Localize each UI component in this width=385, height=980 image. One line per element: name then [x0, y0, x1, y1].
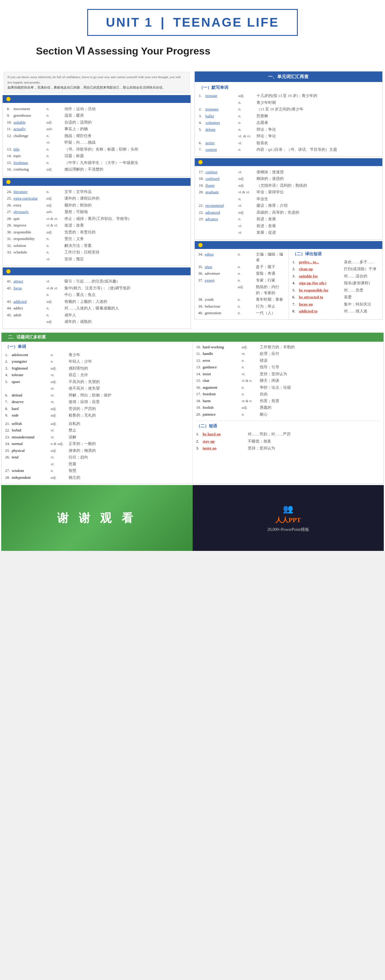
vocab-5b: vt. & vi. 辩论；争论	[199, 133, 379, 139]
dictation-section: （一）默写单词 1. teenage adj. 十几岁的(指 13 至 19 岁…	[195, 82, 383, 156]
quote-box: If you can throw away inferiority, be fu…	[3, 72, 190, 93]
left-column: If you can throw away inferiority, be fu…	[1, 70, 192, 330]
vocab-20b: n. 毕业生	[199, 196, 379, 202]
vocab-row-30: 30. responsible adj. 负责的；有责任的	[7, 229, 186, 235]
header-dot	[6, 97, 11, 101]
dictation-title: （一）默写单词	[199, 85, 379, 91]
thanks-left: 谢 谢 观 看	[1, 485, 193, 551]
vocab-23: 23. advance n. 前进；发展	[199, 216, 379, 222]
sw-17: 17. freedom n. 自由	[196, 391, 380, 397]
section-header-1	[3, 95, 190, 103]
sw-6: 6. defend vt. 辩解，辩白；防御；保护	[5, 392, 189, 398]
sw-18: 18. harm vt.& n. 伤害；危害	[196, 398, 380, 404]
phrase2-title: （二）短语	[196, 423, 380, 429]
single-word-section-right: 10. hard-working adj. 工作努力的；辛勤的 11. hand…	[193, 342, 384, 484]
sw-1: 1. adolescent n. 青少年	[5, 352, 189, 358]
main-content-area: If you can throw away inferiority, be fu…	[0, 69, 385, 331]
topic-vocab-header: 二、话题词汇多积累	[2, 333, 383, 342]
unit-vocab-main-header: 一、单元词汇汇再查	[195, 72, 383, 82]
section-label: Section Ⅵ Assessing Your Progress	[36, 45, 210, 57]
sw-14: 14. insist vi. 坚持；坚持认为	[196, 371, 380, 377]
phrase-7: 7. focus on 集中；特别关注	[292, 301, 379, 307]
sw-21: 21. selfish adj. 自私的	[5, 421, 189, 427]
vocab-4: 4. volunteer n. 志愿者	[199, 120, 379, 126]
vocab-22: 22. advanced adj. 高级的；高等的；先进的	[199, 210, 379, 215]
sw-23: 23. misunderstand vt. 误解	[5, 434, 189, 440]
vocab-row-25: 25. extra-curricular adj. 课外的；课程以外的	[7, 196, 186, 201]
vocab-23c: vt. 发展；促进	[199, 229, 379, 235]
unit-number: UNIT 1	[106, 15, 153, 29]
vocab-row-11: 11. actually adv. 事实上；的确	[7, 126, 186, 132]
thanks-section: 谢 谢 观 看 👥 人人PPT 20,000+PowerPoint模板	[1, 485, 384, 551]
vocab-row-24: 24. literature n. 文学；文学作品	[7, 189, 186, 195]
phrase2-2: 2. stay up 不睡觉；熬夜	[196, 438, 380, 444]
topic-section-title: 二、话题词汇多积累	[8, 334, 46, 340]
sw-16: 16. argument n. 争吵；论点；论据	[196, 385, 380, 390]
vocab-row-26: 26. extra adj. 额外的；附加的	[7, 202, 186, 208]
sw-28: 28. independent adj. 独立的	[5, 474, 189, 480]
vocab-row-13: 13. title n. （书、诗歌等的）名称；标题；职称；头衔	[7, 146, 186, 152]
vocab-38: 38. youth n. 青年时期；青春	[198, 296, 285, 302]
vocab-row-9: 9. greenhouse n. 温室；暖房	[7, 113, 186, 118]
vocab-row-16: 16. confusing adj. 难以理解的；不清楚的	[7, 166, 186, 172]
vocab-block-right-1: 17. confuse vt. 使糊涂；使迷惑 18. confused adj…	[195, 158, 383, 240]
vocab-1b: n. 青少年时期	[199, 100, 379, 106]
vocab-row-15: 15. freshman n. （中学）九年级学生；（大学）一年级新生	[7, 160, 186, 166]
vocab-row-8: 8. movement n. 动作；运动；活动	[7, 106, 186, 112]
section-header-2	[3, 178, 190, 186]
section-header-r1	[195, 158, 383, 166]
sw-4: 4. tolerate vt. 容忍；允许	[5, 372, 189, 378]
phrase-5: 5. be responsible for 对……负责	[292, 287, 379, 293]
vocab-phrase-split: 34. editor n. 主编；编辑；编者 35. plate n. 盘子；碟…	[195, 249, 383, 319]
vocab-row-42: 42. focus vi.& vt. 集中(精力、注意力等)；（使)调节焦距	[7, 285, 186, 291]
vocab-5: 5. debate n. 辩论；争论	[199, 127, 379, 132]
vocab-row-31: 31. responsibility n. 责任；义务	[7, 236, 186, 242]
vocab-21: 21. recommend vt. 建议；推荐；介绍	[199, 203, 379, 208]
vocab-19: 19. fluent adj. （尤指外语）流利的；熟练的	[199, 183, 379, 189]
unit-vocab-header-block: 一、单元词汇汇再查 （一）默写单词 1. teenage adj. 十几岁的(指…	[195, 71, 383, 157]
dot-r1	[198, 160, 203, 164]
unit-vocab-title: 一、单元词汇汇再查	[268, 74, 308, 79]
vocab-34: 34. editor n. 主编；编辑；编者	[198, 251, 285, 263]
sw-26b: vt. 照看	[5, 461, 189, 467]
vocab-block-left-2: 24. literature n. 文学；文学作品 25. extra-curr…	[2, 178, 191, 266]
vocab-35: 35. plate n. 盘子；碟子	[198, 264, 285, 270]
vocab-7: 7. content n. 内容：(pl.)目录；（书、讲话、节目等的）主题	[199, 146, 379, 153]
vocab-block-right-2: 34. editor n. 主编；编辑；编者 35. plate n. 盘子；碟…	[195, 241, 383, 320]
phrase2-1: 1. be hard on 对……苛刻；对……严厉	[196, 431, 380, 437]
sw-13: 13. guidance n. 指导；引导	[196, 364, 380, 370]
unit-title-box: UNIT 1 | TEENAGE LIFE	[87, 9, 298, 36]
unit-title: UNIT 1 | TEENAGE LIFE	[106, 15, 279, 29]
vocab-36: 36. adventure n. 冒险；奇遇	[198, 270, 285, 277]
brand-logo: 👥	[283, 504, 293, 514]
vocab-row-12: 12. challenge n. 挑战；艰巨任务	[7, 133, 186, 139]
quote-en: If you can throw away inferiority, be fu…	[8, 75, 186, 85]
vocab-section-2: 24. literature n. 文学；文学作品 25. extra-curr…	[3, 186, 190, 266]
vocab-row-45: 45. adult n. 成年人	[7, 312, 186, 318]
header-section: UNIT 1 | TEENAGE LIFE Section Ⅵ Assessin…	[0, 0, 385, 69]
vocab-37b: adj. 熟练的；内行的；专家的	[198, 284, 285, 296]
sw-3: 3. frightened adj. 感到害怕的	[5, 365, 189, 371]
sw-5: 5. upset adj. 不高兴的；失望的	[5, 379, 189, 385]
sw-11: 11. handle vt. 处理；应付	[196, 351, 380, 357]
vocab-3: 3. ballet n. 芭蕾舞	[199, 113, 379, 119]
vocab-row-44: 44. addict n. 对……入迷的人；吸毒成瘾的人	[7, 305, 186, 311]
thanks-right: 👥 人人PPT 20,000+PowerPoint模板	[193, 485, 384, 551]
sw-12: 12. error n. 错误	[196, 358, 380, 364]
sw-8: 8. hard adj. 苦训的；严厉的	[5, 406, 189, 412]
vocab-section-r1: 17. confuse vt. 使糊涂；使迷惑 18. confused adj…	[195, 166, 383, 239]
vocab-39: 39. behaviour n. 行为；举止	[198, 304, 285, 309]
brand-sub: 20,000+PowerPoint模板	[267, 527, 309, 532]
phrase2-section: （二）短语 1. be hard on 对……苛刻；对……严厉 2. stay …	[196, 421, 380, 451]
vocab-18: 18. confused adj. 糊涂的；迷惑的	[199, 176, 379, 181]
vocab-row-28: 28. quit vi.& vt. 停止；戒掉；离开(工作职位、学校等)	[7, 216, 186, 222]
sw-27: 27. wisdom n. 智慧	[5, 468, 189, 474]
page: UNIT 1 | TEENAGE LIFE Section Ⅵ Assessin…	[0, 0, 385, 551]
header-dot-3	[6, 269, 11, 274]
thanks-text: 谢 谢 观 看	[57, 511, 137, 526]
sw-9: 9. rude adj. 粗鲁的；无礼的	[5, 412, 189, 418]
vocab-34-40: 34. editor n. 主编；编辑；编者 35. plate n. 盘子；碟…	[195, 249, 289, 319]
phrase-8: 8. addicted to 对……很入迷	[292, 308, 379, 314]
right-column: 一、单元词汇汇再查 （一）默写单词 1. teenage adj. 十几岁的(指…	[193, 70, 384, 330]
vocab-row-27: 27. obviously adv. 显然；可能地	[7, 209, 186, 215]
